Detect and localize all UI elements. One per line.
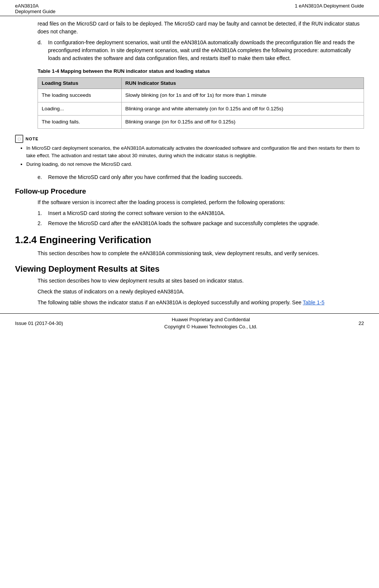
col-loading-status: Loading Status <box>38 78 122 89</box>
table-cell-loading-3: The loading fails. <box>38 115 122 128</box>
step-e-label: e. <box>38 173 48 181</box>
table-cell-run-1: Slowly blinking (on for 1s and off for 1… <box>121 89 364 102</box>
header-right: 1 eAN3810A Deployment Guide <box>295 3 364 9</box>
main-content: read files on the MicroSD card or fails … <box>0 16 379 313</box>
table-cell-run-3: Blinking orange (on for 0.125s and off f… <box>121 115 364 128</box>
step-num-1: 1. <box>38 209 48 217</box>
table-cell-loading-1: The loading succeeds <box>38 89 122 102</box>
header-section: 1 eAN3810A Deployment Guide <box>295 3 364 9</box>
note-box: □ NOTE In MicroSD card deployment scenar… <box>15 135 364 170</box>
table-cell-loading-2: Loading... <box>38 102 122 115</box>
table-row: The loading succeeds Slowly blinking (on… <box>38 89 364 102</box>
table-caption: Table 1-4 Mapping between the RUN indica… <box>38 68 364 75</box>
note-label: NOTE <box>26 137 39 141</box>
step-e: e. Remove the MicroSD card only after yo… <box>38 173 364 181</box>
col-run-indicator: RUN Indicator Status <box>121 78 364 89</box>
intro-para: read files on the MicroSD card or fails … <box>38 20 364 36</box>
footer-line2: Copyright © Huawei Technologies Co., Ltd… <box>63 323 359 331</box>
table-1-5-link[interactable]: Table 1-5 <box>303 299 325 305</box>
subsection-para3-prefix: The following table shows the indicator … <box>38 299 303 305</box>
step-text-2: Remove the MicroSD card after the eAN381… <box>48 220 319 227</box>
step-d-text: In configuration-free deployment scenari… <box>48 39 364 62</box>
table-row: Loading... Blinking orange and white alt… <box>38 102 364 115</box>
table-row: The loading fails. Blinking orange (on f… <box>38 115 364 128</box>
step-d-label: d. <box>38 39 48 62</box>
footer-page-num: 22 <box>359 320 364 326</box>
page-footer: Issue 01 (2017-04-30) Huawei Proprietary… <box>0 313 379 333</box>
followup-para: If the software version is incorrect aft… <box>38 199 364 206</box>
list-item: In MicroSD card deployment scenarios, th… <box>26 144 364 159</box>
page: eAN3810A Deployment Guide 1 eAN3810A Dep… <box>0 0 379 333</box>
table-caption-container: Table 1-4 Mapping between the RUN indica… <box>38 68 364 129</box>
table-cell-run-2: Blinking orange and white alternately (o… <box>121 102 364 115</box>
list-item: During loading, do not remove the MicroS… <box>26 161 364 168</box>
followup-para-container: If the software version is incorrect aft… <box>38 199 364 206</box>
footer-center: Huawei Proprietary and Confidential Copy… <box>63 316 359 331</box>
note-icon: □ <box>15 135 23 143</box>
subsection-para1: This section describes how to view deplo… <box>38 277 364 285</box>
header-left: eAN3810A Deployment Guide <box>15 3 56 14</box>
section-para: This section describes how to complete t… <box>38 250 364 257</box>
table-caption-text: Mapping between the RUN indicator status… <box>60 68 210 74</box>
subsection-para2: Check the status of indicators on a newl… <box>38 288 364 296</box>
table-num: Table 1-4 <box>38 68 59 74</box>
intro-text: read files on the MicroSD card or fails … <box>38 20 364 36</box>
step-e-text: Remove the MicroSD card only after you h… <box>48 173 364 181</box>
followup-heading: Follow-up Procedure <box>15 187 364 195</box>
list-item: 2. Remove the MicroSD card after the eAN… <box>38 220 364 227</box>
step-text-1: Insert a MicroSD card storing the correc… <box>48 209 225 217</box>
table-header-row: Loading Status RUN Indicator Status <box>38 78 364 89</box>
subsection-para3: The following table shows the indicator … <box>38 299 364 307</box>
footer-issue: Issue 01 (2017-04-30) <box>15 320 63 326</box>
list-item: 1. Insert a MicroSD card storing the cor… <box>38 209 364 217</box>
subsection-paras: This section describes how to view deplo… <box>38 277 364 307</box>
step-num-2: 2. <box>38 220 48 227</box>
header-doc-type: Deployment Guide <box>15 9 56 14</box>
header-doc-name: eAN3810A <box>15 3 56 9</box>
page-header: eAN3810A Deployment Guide 1 eAN3810A Dep… <box>0 0 379 16</box>
footer-line1: Huawei Proprietary and Confidential <box>63 316 359 323</box>
section-para-container: This section describes how to complete t… <box>38 250 364 257</box>
section-title: 1.2.4 Engineering Verification <box>15 234 364 246</box>
note-header: □ NOTE <box>15 135 364 143</box>
followup-steps: 1. Insert a MicroSD card storing the cor… <box>38 209 364 227</box>
note-bullets: In MicroSD card deployment scenarios, th… <box>26 144 364 170</box>
subsection-heading: Viewing Deployment Results at Sites <box>15 264 364 274</box>
run-indicator-table: Loading Status RUN Indicator Status The … <box>38 77 364 129</box>
step-d: d. In configuration-free deployment scen… <box>38 39 364 62</box>
